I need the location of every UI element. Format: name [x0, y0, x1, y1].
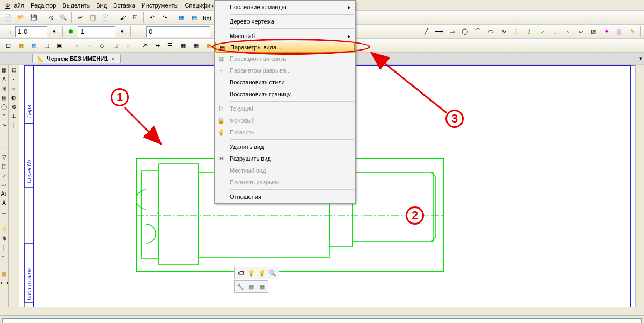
- arrow-1: [125, 107, 161, 144]
- marker-3: 3: [445, 110, 464, 128]
- marker-1: 1: [111, 88, 129, 106]
- arrow-3: [371, 53, 447, 113]
- marker-2: 2: [406, 206, 424, 225]
